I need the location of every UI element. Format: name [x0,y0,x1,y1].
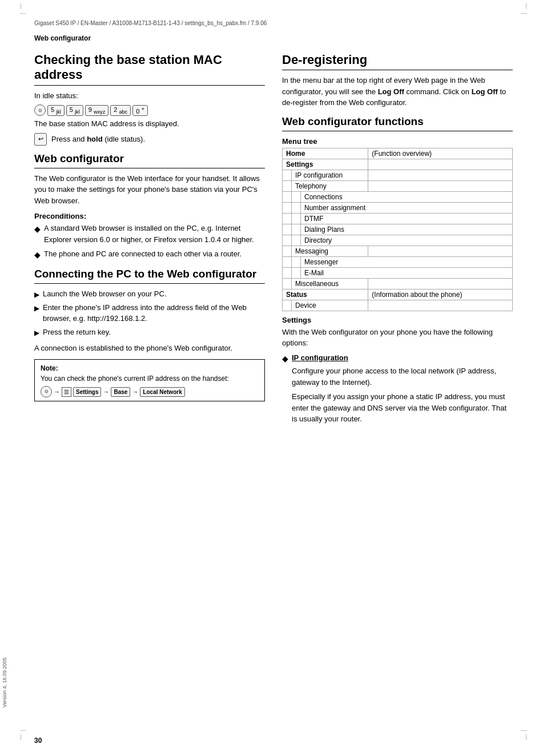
menu-row-email: E-Mail [283,267,513,278]
key-5jkl-2: 5 jkl [66,105,83,116]
menu-sp11 [283,278,292,289]
menu-sp2 [283,180,292,191]
bottom-mark-right: | [525,733,527,740]
menu-status-note: (Information about the phone) [368,289,513,300]
note-key-settings: Settings [73,387,101,397]
menu-row-directory: Directory [283,235,513,246]
menu-row-ip: IP configuration [283,170,513,180]
settings-desc: With the Web configurator on your phone … [282,327,513,349]
left-column: Checking the base station MAC address In… [34,48,265,433]
top-mark-right: | [525,2,527,9]
menu-row-num: Number assignment [283,202,513,213]
menu-settings: Settings [283,159,368,170]
menu-messaging: Messaging [292,246,368,256]
menu-tree-label: Menu tree [282,137,513,146]
menu-row-device: Device [283,300,513,311]
press-line: ↩ Press and hold (idle status). [34,133,265,146]
menu-sp10 [283,267,292,278]
note-icon-box: ☰ [62,387,71,397]
arrow-3: ▶ [34,328,39,338]
key-5jkl-1: 5 jkl [47,105,65,116]
menu-sp4b [292,202,301,213]
side-text: Version 4, 16.09.2005 [2,657,7,707]
menu-row-connections: Connections [283,191,513,202]
menu-dialing: Dialing Plans [301,224,513,235]
menu-telephony-note [368,180,513,191]
deregister-desc: In the menu bar at the top right of ever… [282,75,513,108]
note-key-sequence: ⊙ → ☰ Settings → Base → Local Network [41,386,259,397]
menu-directory: Directory [301,235,513,246]
menu-sp6 [283,224,292,235]
log-off-2: Log Off [472,87,498,96]
menu-sp5b [292,213,301,224]
menu-email: E-Mail [301,267,513,278]
preconditions-item-1: ◆ A standard Web browser is installed on… [34,223,265,245]
ip-config-content: IP configuration Configure your phone ac… [292,352,513,428]
preconditions-title: Preconditions: [34,212,265,220]
note-title: Note: [41,363,259,373]
menu-sp3b [292,191,301,202]
menu-row-status: Status (Information about the phone) [283,289,513,300]
note-box: Note: You can check the phone's current … [34,359,265,401]
menu-sp8 [283,246,292,256]
menu-connections: Connections [301,191,513,202]
key-0plus: 0 + [132,105,148,116]
bottom-mark-left: | [20,733,22,740]
menu-row-messenger: Messenger [283,256,513,267]
top-mark-left: | [20,2,22,9]
deregister-rule [282,70,513,70]
bottom-dash-right: — [521,726,527,733]
menu-row-home: Home (Function overview) [283,148,513,159]
ip-config-desc2: Especially if you assign your phone a st… [292,391,513,425]
dash-mark-right: — [521,9,527,16]
note-menu-icon: ☰ [62,387,71,397]
page-header: Gigaset S450 IP / EN-Master / A31008-M17… [0,16,547,30]
idle-label: In idle status: [34,90,265,102]
note-key-round: ⊙ [41,386,52,397]
settings-subsection-title: Settings [282,316,513,324]
menu-home-note: (Function overview) [368,148,513,159]
key-9wxyz: 9 wxyz [85,105,109,116]
bullet-diamond-2: ◆ [34,249,41,261]
steps-list: ▶ Launch the Web browser on your PC. ▶ E… [34,288,265,338]
bullet-diamond-1: ◆ [34,223,41,235]
menu-sp3 [283,191,292,202]
press-icon: ↩ [34,133,47,146]
key-2abc: 2 abc [110,105,131,116]
menu-sp12 [283,300,292,311]
note-arrow-3: → [132,387,138,397]
connection-desc: A connection is established to the phone… [34,343,265,354]
menu-sp4 [283,202,292,213]
menu-sp5 [283,213,292,224]
menu-sp10b [292,267,301,278]
step-3: ▶ Press the return key. [34,327,265,338]
web-configurator-label: Web configurator [0,30,547,42]
section3-title: Connecting the PC to the Web configurato… [34,268,265,281]
menu-sp7 [283,235,292,246]
step-2: ▶ Enter the phone's IP address into the … [34,302,265,324]
preconditions-list: ◆ A standard Web browser is installed on… [34,223,265,261]
menu-row-dtmf: DTMF [283,213,513,224]
menu-row-settings: Settings [283,159,513,170]
menu-status: Status [283,289,368,300]
settings-options-list: ◆ IP configuration Configure your phone … [282,352,513,428]
menu-row-misc: Miscellaneous [283,278,513,289]
menu-row-messaging: Messaging [283,246,513,256]
menu-dtmf: DTMF [301,213,513,224]
section3-rule [34,283,265,284]
menu-ip: IP configuration [292,170,368,180]
preconditions-item-2: ◆ The phone and PC are connected to each… [34,248,265,261]
wc-functions-rule [282,131,513,131]
right-column: De-registering In the menu bar at the to… [282,48,513,433]
deregister-title: De-registering [282,53,513,67]
menu-sp1 [283,170,292,180]
menu-telephony: Telephony [292,180,368,191]
menu-row-dialing: Dialing Plans [283,224,513,235]
menu-sp9 [283,256,292,267]
section1-title: Checking the base station MAC address [34,53,265,83]
menu-num: Number assignment [301,202,513,213]
menu-sp6b [292,224,301,235]
section2-title: Web configurator [34,152,265,166]
note-text: You can check the phone's current IP add… [41,373,259,384]
menu-misc-note [368,278,513,289]
